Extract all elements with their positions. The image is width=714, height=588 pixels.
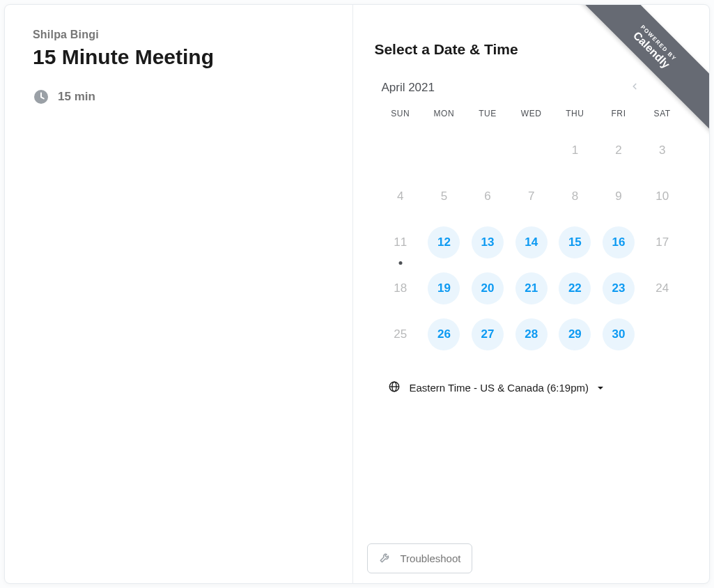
calendar-cell: 28 xyxy=(509,318,553,351)
current-month-label: April 2021 xyxy=(381,81,435,95)
calendar-day-unavailable: 10 xyxy=(646,180,678,212)
event-duration-label: 15 min xyxy=(58,90,95,104)
calendar-cell xyxy=(422,134,466,167)
calendar-cell: 14 xyxy=(509,226,553,259)
calendar-day-available[interactable]: 20 xyxy=(472,272,504,304)
powered-by-ribbon[interactable]: POWERED BY Calendly xyxy=(570,5,709,144)
calendar-cell: 17 xyxy=(640,226,684,259)
clock-icon xyxy=(33,88,49,105)
calendar-cell: 18 xyxy=(378,272,422,305)
calendar-cell: 5 xyxy=(422,180,466,213)
calendar-day-unavailable: 4 xyxy=(385,180,417,212)
calendar-day-available[interactable]: 14 xyxy=(515,226,548,258)
calendar-cell xyxy=(640,318,684,351)
timezone-label: Eastern Time - US & Canada (6:19pm) xyxy=(409,382,589,394)
event-duration: 15 min xyxy=(33,88,325,105)
calendar-day-available[interactable]: 23 xyxy=(603,272,635,304)
calendar-day-available[interactable]: 22 xyxy=(559,272,591,304)
calendar-day-unavailable: 18 xyxy=(385,272,417,304)
calendar-day-unavailable: 11 xyxy=(385,226,417,258)
calendar-day-unavailable: 7 xyxy=(515,180,548,212)
calendar-cell: 25 xyxy=(378,318,422,351)
calendar-day-unavailable: 8 xyxy=(559,180,591,212)
calendar-grid: SUNMONTUEWEDTHUFRISAT1234567891011121314… xyxy=(378,109,684,351)
calendar-cell: 22 xyxy=(553,272,597,305)
event-title: 15 Minute Meeting xyxy=(33,45,325,69)
calendar-cell: 9 xyxy=(597,180,641,213)
weekday-header: MON xyxy=(422,109,466,118)
calendar-day-available[interactable]: 21 xyxy=(515,272,548,304)
weekday-header: SUN xyxy=(378,109,422,118)
calendar-cell: 12 xyxy=(422,226,466,259)
calendar-day-available[interactable]: 28 xyxy=(515,318,548,350)
calendar-cell: 24 xyxy=(640,272,684,305)
calendar-cell: 23 xyxy=(597,272,641,305)
calendar-day-unavailable: 9 xyxy=(603,180,635,212)
calendar-cell: 19 xyxy=(422,272,466,305)
calendar-cell: 7 xyxy=(509,180,553,213)
calendar-cell: 27 xyxy=(466,318,510,351)
caret-down-icon xyxy=(597,382,604,394)
calendar-day-unavailable: 25 xyxy=(385,318,417,350)
weekday-header: WED xyxy=(509,109,553,118)
calendar-cell: 10 xyxy=(640,180,684,213)
calendar-cell: 13 xyxy=(466,226,510,259)
troubleshoot-button[interactable]: Troubleshoot xyxy=(367,543,472,573)
calendar-cell: 16 xyxy=(597,226,641,259)
calendar-cell: 30 xyxy=(597,318,641,351)
calendar-day-available[interactable]: 27 xyxy=(472,318,504,350)
troubleshoot-label: Troubleshoot xyxy=(400,552,460,564)
calendar-cell: 11 xyxy=(378,226,422,259)
calendar-cell: 21 xyxy=(509,272,553,305)
calendar-day-unavailable: 6 xyxy=(472,180,504,212)
wrench-icon xyxy=(379,551,391,566)
calendar-day-unavailable: 24 xyxy=(646,272,678,304)
booking-card: Shilpa Bingi 15 Minute Meeting 15 min Se… xyxy=(4,4,710,584)
calendar-cell: 20 xyxy=(466,272,510,305)
calendar-day-available[interactable]: 13 xyxy=(472,226,504,258)
calendar-cell xyxy=(466,134,510,167)
calendar-day-available[interactable]: 26 xyxy=(428,318,460,350)
calendar-cell: 15 xyxy=(553,226,597,259)
weekday-header: TUE xyxy=(466,109,510,118)
calendar-day-available[interactable]: 15 xyxy=(559,226,591,258)
calendar-cell: 29 xyxy=(553,318,597,351)
calendar-day-available[interactable]: 30 xyxy=(603,318,635,350)
calendar-cell: 4 xyxy=(378,180,422,213)
calendar-cell: 26 xyxy=(422,318,466,351)
calendar-cell xyxy=(509,134,553,167)
timezone-button[interactable]: Eastern Time - US & Canada (6:19pm) xyxy=(374,380,688,395)
calendar-cell: 6 xyxy=(466,180,510,213)
calendar-cell: 8 xyxy=(553,180,597,213)
host-name: Shilpa Bingi xyxy=(33,29,325,41)
ribbon-small-text: POWERED BY xyxy=(577,5,709,124)
calendar-cell xyxy=(378,134,422,167)
calendar-day-unavailable: 5 xyxy=(428,180,460,212)
calendar-day-available[interactable]: 19 xyxy=(428,272,460,304)
calendar-day-available[interactable]: 16 xyxy=(603,226,635,258)
globe-icon xyxy=(388,380,401,395)
event-details-panel: Shilpa Bingi 15 Minute Meeting 15 min xyxy=(5,5,353,583)
calendar-day-available[interactable]: 12 xyxy=(428,226,460,258)
calendar-day-unavailable: 17 xyxy=(646,226,678,258)
calendar-day-available[interactable]: 29 xyxy=(559,318,591,350)
